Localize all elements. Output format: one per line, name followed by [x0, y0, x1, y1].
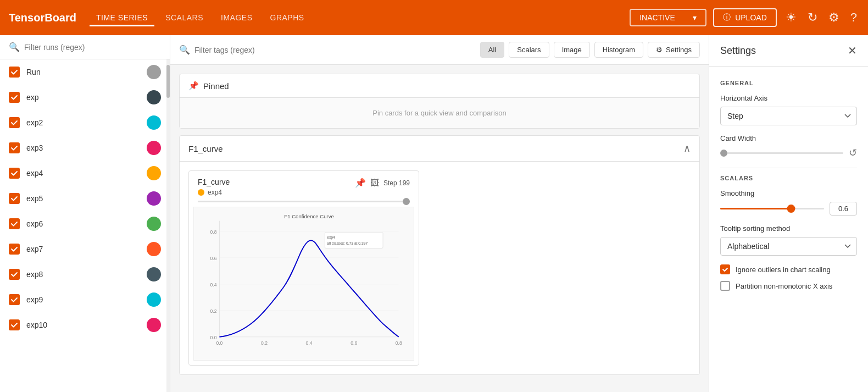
smoothing-slider[interactable]	[720, 208, 824, 209]
search-icon: 🔍	[9, 42, 20, 52]
filter-search-icon: 🔍	[179, 45, 190, 55]
runs-search-input[interactable]	[24, 43, 161, 52]
exp-name: exp4	[208, 189, 222, 196]
chevron-down-icon: ▾	[693, 13, 697, 22]
settings-icon[interactable]: ⚙	[826, 8, 842, 27]
collapse-button[interactable]: ∧	[683, 142, 691, 154]
run-item[interactable]: exp	[0, 85, 170, 110]
horizontal-axis-select[interactable]: Step Relative Wall	[720, 107, 857, 125]
settings-panel-title: Settings	[720, 45, 756, 57]
run-checkbox[interactable]	[9, 294, 20, 305]
run-checkbox[interactable]	[9, 193, 20, 204]
settings-panel-button[interactable]: ⚙ Settings	[648, 42, 700, 58]
f1-section-header: F1_curve ∧	[180, 136, 699, 162]
settings-close-button[interactable]: ✕	[848, 44, 857, 57]
filter-bar: 🔍 All Scalars Image Histogram ⚙ Settings	[170, 35, 709, 65]
cards-area: 📌 Pinned Pin cards for a quick view and …	[170, 65, 709, 392]
partition-non-monotonic-row[interactable]: Partition non-monotonic X axis	[720, 281, 857, 291]
ignore-outliers-checkbox[interactable]	[720, 264, 730, 274]
smoothing-thumb[interactable]	[787, 205, 795, 213]
filter-right: All Scalars Image Histogram ⚙ Settings	[480, 42, 700, 58]
run-color-dot	[147, 65, 161, 79]
run-item[interactable]: exp5	[0, 186, 170, 211]
svg-text:0.8: 0.8	[396, 340, 402, 346]
nav-time-series[interactable]: TIME SERIES	[90, 9, 154, 26]
tags-filter-input[interactable]	[194, 46, 291, 54]
check-icon	[10, 270, 18, 278]
run-item[interactable]: exp3	[0, 135, 170, 161]
run-name: exp4	[26, 169, 140, 178]
refresh-icon[interactable]: ↻	[805, 8, 820, 27]
card-width-thumb[interactable]	[720, 150, 727, 157]
nav-right: INACTIVE ▾ ⓘ UPLOAD ☀ ↻ ⚙ ?	[630, 8, 859, 27]
run-name: exp5	[26, 194, 140, 203]
run-checkbox[interactable]	[9, 168, 20, 179]
smoothing-label: Smoothing	[720, 189, 857, 197]
run-color-dot	[147, 166, 161, 180]
tooltip-sort-select[interactable]: Alphabetical Ascending Descending Defaul…	[720, 237, 857, 256]
status-dropdown[interactable]: INACTIVE ▾	[630, 9, 706, 26]
run-item[interactable]: Run	[0, 59, 170, 85]
partition-non-monotonic-checkbox[interactable]	[720, 281, 730, 291]
filter-scalars-button[interactable]: Scalars	[509, 42, 549, 58]
settings-gear-icon: ⚙	[656, 46, 663, 54]
run-color-dot	[147, 267, 161, 281]
expand-card-button[interactable]: 🖼	[370, 178, 379, 188]
filter-image-button[interactable]: Image	[554, 42, 590, 58]
run-color-dot	[147, 115, 161, 130]
step-slider-track[interactable]	[198, 201, 410, 202]
card-width-slider[interactable]	[720, 152, 843, 154]
nav-scalars[interactable]: SCALARS	[159, 9, 210, 26]
run-item[interactable]: exp9	[0, 287, 170, 312]
help-icon[interactable]: ?	[848, 8, 859, 27]
run-color-dot	[147, 191, 161, 206]
upload-button[interactable]: ⓘ UPLOAD	[713, 8, 777, 27]
pin-card-button[interactable]: 📌	[355, 178, 366, 188]
step-indicator: Step 199	[383, 179, 410, 187]
f1-curve-chart: 0.0 0.2 0.4 0.6 0.8 0.0 0.2 0.4 0.6 0.8	[198, 207, 409, 356]
run-item[interactable]: exp10	[0, 312, 170, 338]
theme-icon[interactable]: ☀	[783, 8, 799, 27]
smoothing-value-input[interactable]: 0.6	[830, 202, 857, 216]
run-checkbox[interactable]	[9, 92, 20, 103]
run-name: exp8	[26, 270, 140, 279]
run-checkbox[interactable]	[9, 142, 20, 153]
pin-icon: 📌	[188, 81, 199, 91]
f1-section-title: F1_curve	[188, 144, 223, 153]
run-checkbox[interactable]	[9, 319, 20, 330]
ignore-outliers-row[interactable]: Ignore outliers in chart scaling	[720, 264, 857, 274]
check-icon	[10, 144, 18, 152]
info-icon: ⓘ	[723, 13, 731, 23]
run-item[interactable]: exp8	[0, 262, 170, 287]
card-width-reset-button[interactable]: ↺	[849, 147, 857, 159]
run-checkbox[interactable]	[9, 218, 20, 229]
run-color-dot	[147, 217, 161, 231]
run-item[interactable]: exp4	[0, 161, 170, 186]
run-checkbox[interactable]	[9, 269, 20, 280]
check-icon	[10, 68, 18, 76]
f1-section-content: F1_curve exp4 📌 🖼 Step 199	[180, 162, 699, 374]
nav-graphs[interactable]: GRAPHS	[264, 9, 311, 26]
run-checkbox[interactable]	[9, 117, 20, 128]
exp-color-dot	[198, 189, 204, 196]
run-color-dot	[147, 141, 161, 155]
general-section-title: GENERAL	[720, 80, 857, 86]
svg-text:all classes: 0.73 at 0.397: all classes: 0.73 at 0.397	[327, 241, 368, 245]
main-layout: 🔍 Run exp	[0, 35, 868, 392]
svg-text:0.2: 0.2	[261, 340, 268, 346]
filter-histogram-button[interactable]: Histogram	[594, 42, 643, 58]
run-name: exp	[26, 93, 140, 102]
pinned-empty-message: Pin cards for a quick view and compariso…	[180, 98, 699, 128]
check-icon	[10, 321, 18, 329]
run-item[interactable]: exp7	[0, 236, 170, 262]
chart-svg-container: 0.0 0.2 0.4 0.6 0.8 0.0 0.2 0.4 0.6 0.8	[193, 207, 414, 361]
filter-all-button[interactable]: All	[480, 42, 504, 58]
run-checkbox[interactable]	[9, 67, 20, 78]
run-item[interactable]: exp6	[0, 211, 170, 236]
run-item[interactable]: exp2	[0, 110, 170, 135]
run-checkbox[interactable]	[9, 244, 20, 255]
partition-non-monotonic-label: Partition non-monotonic X axis	[736, 282, 832, 290]
step-slider-thumb[interactable]	[403, 198, 410, 205]
settings-body: GENERAL Horizontal Axis Step Relative Wa…	[709, 67, 868, 306]
nav-images[interactable]: IMAGES	[214, 9, 259, 26]
